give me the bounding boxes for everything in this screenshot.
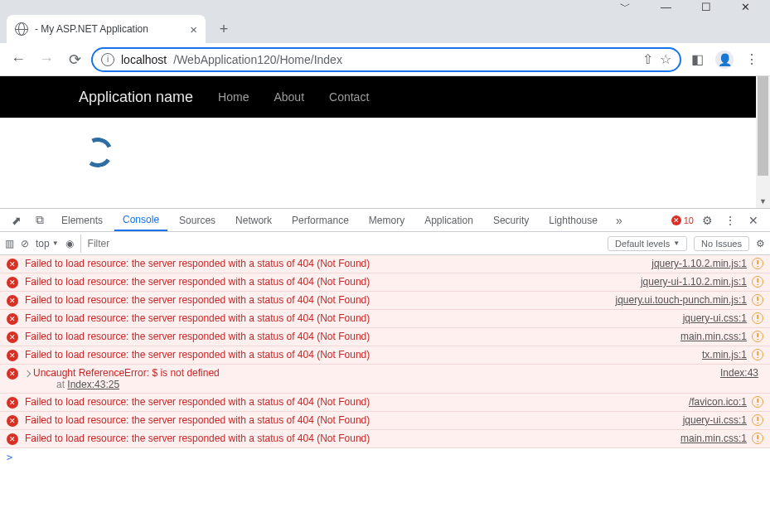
error-dot-icon: ✕ xyxy=(671,215,681,225)
sidepanel-icon[interactable]: ◧ xyxy=(691,51,704,67)
source-link[interactable]: main.min.css:1 xyxy=(680,433,747,444)
tab-strip: - My ASP.NET Application × + xyxy=(0,13,770,43)
site-info-icon[interactable]: i xyxy=(101,53,114,66)
profile-avatar[interactable]: 👤 xyxy=(715,51,734,69)
source-link[interactable]: /favicon.ico:1 xyxy=(689,396,747,408)
tab-console[interactable]: Console xyxy=(114,209,167,231)
violation-icon xyxy=(752,276,763,288)
expand-icon[interactable] xyxy=(24,370,31,377)
browser-tab[interactable]: - My ASP.NET Application × xyxy=(7,15,206,43)
tab-sources[interactable]: Sources xyxy=(171,209,224,231)
address-bar[interactable]: i localhost/WebApplication120/Home/Index… xyxy=(91,47,681,72)
source-link[interactable]: tx.min.js:1 xyxy=(702,349,747,360)
console-message: Failed to load resource: the server resp… xyxy=(25,312,683,324)
devtools-tabs: ⬈ ⧉ Elements Console Sources Network Per… xyxy=(0,209,770,232)
console-error-row[interactable]: ✕Failed to load resource: the server res… xyxy=(0,273,770,292)
chevron-down-icon[interactable]: ﹀ xyxy=(620,0,631,14)
more-tabs-icon[interactable]: » xyxy=(609,209,629,231)
source-link[interactable]: Index:43 xyxy=(720,367,758,379)
globe-icon xyxy=(15,22,28,36)
tab-network[interactable]: Network xyxy=(227,209,280,231)
clear-console-icon[interactable]: ⊘ xyxy=(21,238,29,249)
error-count-badge[interactable]: ✕ 10 xyxy=(671,209,694,231)
console-error-row[interactable]: ✕Failed to load resource: the server res… xyxy=(0,394,770,412)
tab-security[interactable]: Security xyxy=(485,209,537,231)
context-select[interactable]: top▼ xyxy=(36,238,59,249)
tab-lighthouse[interactable]: Lighthouse xyxy=(540,209,606,231)
close-tab-icon[interactable]: × xyxy=(190,22,197,36)
tab-application[interactable]: Application xyxy=(416,209,482,231)
menu-icon[interactable]: ⋮ xyxy=(745,51,758,67)
brand[interactable]: Application name xyxy=(79,89,193,106)
log-levels-select[interactable]: Default levels▼ xyxy=(608,236,687,251)
scroll-down-icon[interactable]: ▼ xyxy=(756,194,770,208)
source-link[interactable]: jquery-ui-1.10.2.min.js:1 xyxy=(641,276,747,288)
tab-memory[interactable]: Memory xyxy=(361,209,413,231)
console-message: Failed to load resource: the server resp… xyxy=(25,433,680,444)
source-link[interactable]: jquery-1.10.2.min.js:1 xyxy=(651,258,747,269)
error-icon: ✕ xyxy=(7,368,18,380)
console-toolbar: ▥ ⊘ top▼ ◉ Default levels▼ No Issues ⚙ xyxy=(0,232,770,255)
forward-button[interactable]: → xyxy=(35,48,58,71)
inspect-icon[interactable]: ⬈ xyxy=(7,209,27,231)
page-scrollbar[interactable]: ▲ ▼ xyxy=(756,76,770,208)
console-error-row[interactable]: ✕Failed to load resource: the server res… xyxy=(0,255,770,273)
url-path: /WebApplication120/Home/Index xyxy=(173,53,342,66)
no-issues-pill[interactable]: No Issues xyxy=(694,236,749,251)
source-link[interactable]: main.min.css:1 xyxy=(680,331,747,342)
new-tab-button[interactable]: + xyxy=(212,17,235,41)
source-link[interactable]: jquery-ui.css:1 xyxy=(683,312,747,324)
tab-elements[interactable]: Elements xyxy=(53,209,111,231)
filter-input[interactable] xyxy=(80,235,602,253)
violation-icon xyxy=(752,433,763,444)
error-icon: ✕ xyxy=(7,397,18,409)
maximize-icon[interactable]: ☐ xyxy=(701,1,711,13)
bookmark-icon[interactable]: ☆ xyxy=(660,51,671,67)
violation-icon xyxy=(752,414,763,426)
browser-toolbar: ← → ⟳ i localhost/WebApplication120/Home… xyxy=(0,43,770,76)
violation-icon xyxy=(752,312,763,324)
scroll-thumb[interactable] xyxy=(758,76,768,176)
console-message: Uncaught ReferenceError: $ is not define… xyxy=(25,367,720,390)
console-settings-gear-icon[interactable]: ⚙ xyxy=(756,238,765,249)
console-message: Failed to load resource: the server resp… xyxy=(25,414,683,426)
error-icon: ✕ xyxy=(7,277,18,288)
console-error-row[interactable]: ✕Failed to load resource: the server res… xyxy=(0,412,770,430)
console-message: Failed to load resource: the server resp… xyxy=(25,396,689,408)
nav-link-contact[interactable]: Contact xyxy=(329,90,369,104)
console-message: Failed to load resource: the server resp… xyxy=(25,258,651,269)
kebab-icon[interactable]: ⋮ xyxy=(720,209,740,231)
nav-link-home[interactable]: Home xyxy=(218,90,249,104)
error-icon: ✕ xyxy=(7,295,18,307)
nav-link-about[interactable]: About xyxy=(274,90,304,104)
error-icon: ✕ xyxy=(7,350,18,361)
close-window-icon[interactable]: ✕ xyxy=(741,1,750,13)
console-error-row[interactable]: ✕ Uncaught ReferenceError: $ is not defi… xyxy=(0,365,770,394)
source-link[interactable]: jquery-ui.css:1 xyxy=(683,414,747,426)
error-icon: ✕ xyxy=(7,433,18,445)
window-controls: ﹀ — ☐ ✕ xyxy=(0,0,770,13)
stack-link[interactable]: Index:43:25 xyxy=(67,379,119,390)
console-body[interactable]: ✕Failed to load resource: the server res… xyxy=(0,255,770,532)
tab-performance[interactable]: Performance xyxy=(283,209,357,231)
console-error-row[interactable]: ✕Failed to load resource: the server res… xyxy=(0,310,770,328)
console-error-row[interactable]: ✕Failed to load resource: the server res… xyxy=(0,346,770,365)
console-error-row[interactable]: ✕Failed to load resource: the server res… xyxy=(0,430,770,448)
share-icon[interactable]: ⇧ xyxy=(642,51,653,67)
live-expression-icon[interactable]: ◉ xyxy=(65,238,74,249)
minimize-icon[interactable]: — xyxy=(661,1,671,13)
console-prompt[interactable]: > xyxy=(0,448,770,467)
source-link[interactable]: jquery.ui.touch-punch.min.js:1 xyxy=(615,294,747,306)
back-button[interactable]: ← xyxy=(7,48,30,71)
settings-gear-icon[interactable]: ⚙ xyxy=(697,209,717,231)
close-devtools-icon[interactable]: ✕ xyxy=(743,209,763,231)
console-message: Failed to load resource: the server resp… xyxy=(25,349,702,360)
console-error-row[interactable]: ✕Failed to load resource: the server res… xyxy=(0,328,770,346)
tab-title: - My ASP.NET Application xyxy=(35,23,148,35)
devtools-panel: ⬈ ⧉ Elements Console Sources Network Per… xyxy=(0,209,770,532)
device-icon[interactable]: ⧉ xyxy=(30,209,50,231)
reload-button[interactable]: ⟳ xyxy=(63,48,86,71)
url-host: localhost xyxy=(121,53,167,66)
sidebar-toggle-icon[interactable]: ▥ xyxy=(5,238,14,249)
console-error-row[interactable]: ✕Failed to load resource: the server res… xyxy=(0,292,770,310)
